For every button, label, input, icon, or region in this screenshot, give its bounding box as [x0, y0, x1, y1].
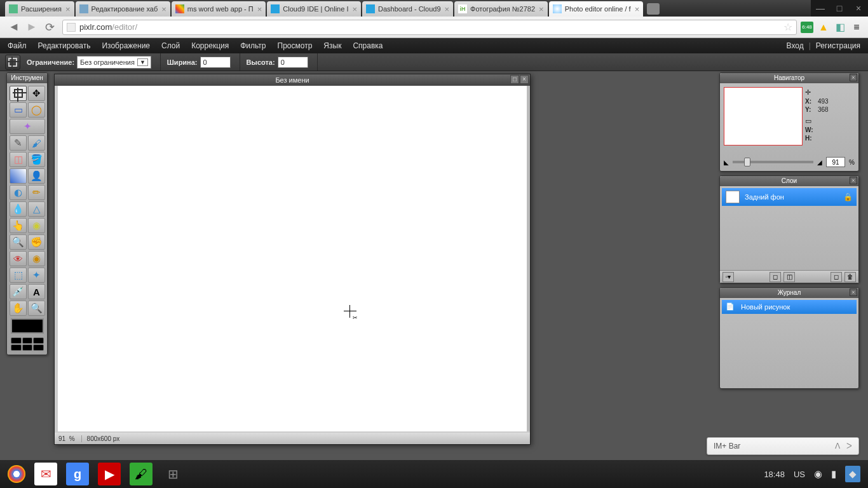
- drawing-tool[interactable]: ✏: [28, 185, 45, 200]
- menu-icon[interactable]: ≡: [850, 22, 863, 33]
- browser-tab[interactable]: Dashboard - Cloud9×: [362, 1, 453, 17]
- layers-title[interactable]: Слои ×: [720, 176, 858, 186]
- history-title[interactable]: Журнал ×: [720, 288, 858, 298]
- close-icon[interactable]: ×: [445, 4, 450, 14]
- drive-icon[interactable]: ▲: [817, 22, 830, 33]
- url-input[interactable]: pixlr.com/editor/ ☆: [62, 20, 797, 35]
- extension-badge-icon[interactable]: 6:48: [801, 22, 813, 33]
- close-icon[interactable]: ×: [161, 4, 166, 14]
- pencil-tool[interactable]: ✎: [10, 135, 27, 151]
- zoom-slider[interactable]: [733, 161, 813, 163]
- smudge-tool[interactable]: 👆: [10, 218, 27, 233]
- wand-tool[interactable]: ✦: [10, 119, 45, 134]
- browser-tab[interactable]: ms word web app - П×: [172, 1, 266, 17]
- new-layer-button[interactable]: ◻: [831, 272, 842, 282]
- crop-tool[interactable]: [10, 86, 27, 101]
- browser-tab[interactable]: Расширения×: [5, 1, 74, 17]
- dodge-tool[interactable]: 🔍: [10, 234, 27, 250]
- brush-tool[interactable]: 🖌: [28, 135, 45, 151]
- close-window-button[interactable]: ×: [849, 0, 868, 17]
- colorpicker-tool[interactable]: 💉: [10, 284, 27, 299]
- chevron-up-icon[interactable]: ᐱ: [835, 442, 840, 451]
- doc-close-button[interactable]: ×: [520, 75, 529, 84]
- width-input[interactable]: [200, 57, 231, 68]
- chrome-icon[interactable]: [8, 465, 25, 483]
- im-bar[interactable]: IM+ Bar ᐱ ᐳ: [707, 437, 859, 455]
- layer-toggle-button[interactable]: ◻: [770, 272, 781, 282]
- register-link[interactable]: Регистрация: [816, 41, 860, 50]
- gmail-icon[interactable]: ✉: [34, 463, 57, 485]
- type-tool[interactable]: A: [28, 284, 45, 299]
- height-input[interactable]: [278, 57, 308, 68]
- close-icon[interactable]: ×: [352, 4, 357, 14]
- gradient-tool[interactable]: [10, 168, 27, 184]
- color-preset[interactable]: [33, 337, 44, 344]
- doc-maximize-button[interactable]: □: [510, 75, 519, 84]
- zoom-tool[interactable]: 🔍: [28, 301, 45, 316]
- browser-tab-active[interactable]: Photo editor online / f×: [549, 1, 644, 17]
- menu-filter[interactable]: Фильтр: [240, 41, 266, 50]
- constraint-select[interactable]: Без ограничения ▼: [77, 56, 151, 69]
- browser-tab[interactable]: Cloud9 IDE | Online I×: [267, 1, 361, 17]
- marquee-tool[interactable]: ▭: [10, 102, 27, 118]
- panel-close-button[interactable]: ×: [850, 177, 857, 184]
- spot-heal-tool[interactable]: ◉: [28, 251, 45, 266]
- zoom-out-icon[interactable]: ◣: [724, 159, 729, 166]
- close-icon[interactable]: ×: [539, 4, 544, 14]
- menu-layer[interactable]: Слой: [161, 41, 180, 50]
- apps-grid-icon[interactable]: ⊞: [161, 463, 184, 485]
- panel-close-button[interactable]: ×: [850, 74, 857, 81]
- zoom-slider-thumb[interactable]: [744, 158, 750, 166]
- menu-adjustment[interactable]: Коррекция: [191, 41, 229, 50]
- menu-edit[interactable]: Редактировать: [38, 41, 91, 50]
- history-item[interactable]: 📄 Новый рисунок: [722, 300, 857, 314]
- sponge-tool[interactable]: ◉: [28, 218, 45, 233]
- lasso-tool[interactable]: ◯: [28, 102, 45, 118]
- color-preset[interactable]: [22, 337, 33, 344]
- foreground-color-swatch[interactable]: [11, 318, 44, 334]
- clone-stamp-tool[interactable]: 👤: [28, 168, 45, 184]
- browser-tab[interactable]: iHФотография №2782×: [454, 1, 548, 17]
- youtube-icon[interactable]: ▶: [98, 463, 121, 485]
- wifi-icon[interactable]: ◉: [814, 468, 822, 480]
- chevron-right-icon[interactable]: ᐳ: [846, 442, 852, 451]
- paint-app-icon[interactable]: 🖌: [130, 463, 153, 485]
- menu-image[interactable]: Изображение: [102, 41, 150, 50]
- navigator-preview[interactable]: [724, 87, 803, 146]
- login-link[interactable]: Вход: [787, 41, 804, 50]
- menu-language[interactable]: Язык: [323, 41, 341, 50]
- menu-file[interactable]: Файл: [8, 41, 27, 50]
- minimize-button[interactable]: —: [811, 0, 830, 17]
- clock[interactable]: 18:48: [764, 470, 785, 479]
- document-titlebar[interactable]: Без имени □ ×: [55, 74, 530, 86]
- keyboard-layout[interactable]: US: [794, 470, 805, 479]
- pinch-tool[interactable]: ✦: [28, 268, 45, 283]
- bloat-tool[interactable]: ⬚: [10, 268, 27, 283]
- lock-icon[interactable]: 🔒: [843, 193, 853, 201]
- im-icon[interactable]: ◧: [834, 22, 846, 33]
- maximize-button[interactable]: □: [830, 0, 849, 17]
- canvas[interactable]: ✂: [58, 86, 527, 431]
- layer-settings-button[interactable]: ▫▾: [722, 272, 734, 282]
- close-icon[interactable]: ×: [65, 4, 71, 14]
- color-preset[interactable]: [11, 344, 22, 351]
- burn-tool[interactable]: ✊: [28, 234, 45, 250]
- move-tool[interactable]: ✥: [28, 86, 45, 101]
- close-icon[interactable]: ×: [257, 4, 262, 14]
- menu-help[interactable]: Справка: [353, 41, 383, 50]
- layer-item[interactable]: Задний фон 🔒: [722, 188, 857, 206]
- panel-close-button[interactable]: ×: [850, 288, 857, 296]
- google-search-icon[interactable]: g: [66, 463, 89, 485]
- paint-bucket-tool[interactable]: 🪣: [28, 152, 45, 167]
- color-preset[interactable]: [33, 344, 44, 351]
- vertical-scrollbar[interactable]: [527, 86, 530, 431]
- red-eye-tool[interactable]: 👁: [10, 251, 27, 266]
- sharpen-tool[interactable]: △: [28, 201, 45, 217]
- hand-tool[interactable]: ✋: [10, 301, 27, 316]
- forward-button[interactable]: ►: [23, 18, 41, 36]
- battery-icon[interactable]: ▮: [831, 468, 836, 480]
- eraser-tool[interactable]: ◫: [10, 152, 27, 167]
- color-replace-tool[interactable]: ◐: [10, 185, 27, 200]
- star-icon[interactable]: ☆: [783, 21, 792, 33]
- reload-button[interactable]: ⟳: [41, 18, 58, 36]
